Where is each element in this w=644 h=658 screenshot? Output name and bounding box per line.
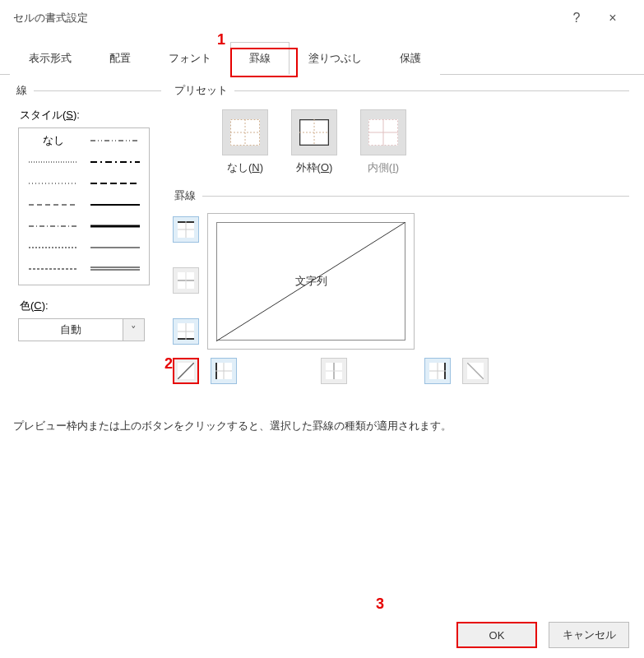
border-bottom-icon: [178, 323, 194, 340]
preset-outer-label: 外枠(O): [296, 160, 333, 175]
preset-none-icon: [230, 119, 260, 146]
style-medium[interactable]: [84, 196, 146, 214]
border-right-button[interactable]: [424, 358, 451, 384]
border-group: 罫線 文字列: [173, 188, 629, 384]
close-icon: ×: [609, 11, 616, 25]
style-hair[interactable]: [22, 153, 84, 171]
style-dash-dot[interactable]: [22, 217, 84, 235]
style-double[interactable]: [84, 260, 146, 278]
border-diag-up-icon: [178, 363, 194, 379]
svg-line-41: [467, 363, 484, 379]
border-hmiddle-button[interactable]: [173, 267, 199, 294]
cancel-button[interactable]: キャンセル: [549, 622, 629, 648]
tab-fill[interactable]: 塗りつぶし: [290, 42, 381, 75]
color-value: 自動: [19, 322, 123, 337]
chevron-down-icon: ˅: [123, 319, 144, 341]
preset-outer-icon: [299, 119, 329, 146]
tab-number-format[interactable]: 表示形式: [10, 42, 90, 75]
line-group-legend: 線: [15, 83, 34, 98]
border-top-button[interactable]: [173, 216, 199, 243]
tab-strip: 表示形式 配置 フォント 罫線 塗りつぶし 保護: [0, 41, 644, 75]
border-top-icon: [178, 221, 194, 238]
tab-border[interactable]: 罫線: [230, 42, 290, 75]
style-list[interactable]: なし: [18, 127, 150, 285]
border-vmiddle-icon: [326, 363, 342, 379]
style-dot[interactable]: [22, 174, 84, 192]
close-button[interactable]: ×: [595, 0, 631, 36]
tab-font[interactable]: フォント: [150, 42, 230, 75]
style-dash-thick[interactable]: [84, 174, 146, 192]
preset-outer-button[interactable]: [291, 109, 337, 155]
preset-inner-button: [360, 109, 406, 155]
preset-none-label: なし(N): [227, 160, 263, 175]
style-dash-dot-thick[interactable]: [84, 153, 146, 171]
color-select[interactable]: 自動 ˅: [18, 318, 145, 341]
preset-none-button[interactable]: [222, 109, 268, 155]
preset-inner-label: 内側(I): [368, 160, 399, 175]
style-short-dash[interactable]: [22, 260, 84, 278]
border-left-icon: [215, 363, 232, 379]
dialog-footer: OK キャンセル: [456, 622, 629, 648]
preset-inner-icon: [368, 119, 398, 146]
help-button[interactable]: ?: [558, 0, 595, 36]
border-diag-down-icon: [467, 363, 484, 379]
border-left-button[interactable]: [211, 358, 237, 384]
preset-group: プリセット なし(N) 外枠(O): [173, 83, 629, 178]
style-dash[interactable]: [22, 196, 84, 214]
color-label: 色(C):: [20, 299, 161, 313]
ok-button[interactable]: OK: [456, 622, 537, 648]
style-thin-solid[interactable]: [84, 239, 146, 257]
preview-text: 文字列: [295, 274, 327, 289]
help-icon: ?: [573, 11, 581, 25]
style-dash-dot-dot[interactable]: [84, 132, 146, 150]
window-title: セルの書式設定: [13, 11, 88, 25]
border-legend: 罫線: [173, 188, 202, 203]
style-none[interactable]: なし: [22, 132, 84, 150]
border-vmiddle-button[interactable]: [321, 358, 347, 384]
tab-protection[interactable]: 保護: [381, 42, 440, 75]
titlebar: セルの書式設定 ? ×: [0, 0, 644, 36]
preset-legend: プリセット: [173, 83, 234, 98]
tab-alignment[interactable]: 配置: [90, 42, 150, 75]
hint-text: プレビュー枠内または上のボタンをクリックすると、選択した罫線の種類が適用されます…: [13, 419, 631, 433]
style-thick[interactable]: [84, 217, 146, 235]
line-group: 線 スタイル(S): なし 色(C):: [15, 83, 161, 341]
annotation-3: 3: [376, 595, 384, 613]
style-label: スタイル(S):: [20, 108, 161, 123]
border-preview[interactable]: 文字列: [207, 213, 415, 350]
style-thin-thick[interactable]: [22, 239, 84, 257]
svg-line-32: [178, 363, 194, 379]
border-right-icon: [429, 363, 446, 379]
border-diag-up-button[interactable]: [173, 358, 199, 384]
border-hmiddle-icon: [178, 272, 194, 289]
border-diag-down-button[interactable]: [462, 358, 489, 384]
border-bottom-button[interactable]: [173, 318, 199, 345]
